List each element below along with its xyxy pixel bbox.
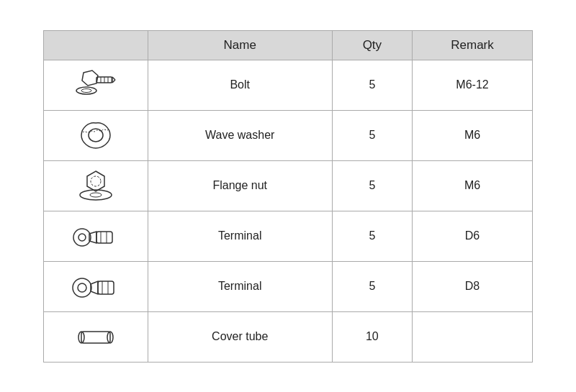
flange-nut-icon xyxy=(74,168,117,204)
header-name: Name xyxy=(148,30,332,60)
qty-flange-nut: 5 xyxy=(332,160,412,211)
table-row: Bolt 5 M6-12 xyxy=(44,60,533,110)
remark-bolt: M6-12 xyxy=(413,60,533,110)
svg-point-15 xyxy=(73,229,91,246)
svg-marker-12 xyxy=(87,171,104,191)
svg-rect-22 xyxy=(98,281,114,294)
remark-terminal-d6: D6 xyxy=(413,211,533,261)
cover-tube-icon xyxy=(74,324,117,350)
table-row: Wave washer 5 M6 xyxy=(44,110,533,160)
svg-rect-17 xyxy=(96,232,112,243)
name-wave-washer: Wave washer xyxy=(148,110,332,160)
remark-flange-nut: M6 xyxy=(413,160,533,211)
svg-point-14 xyxy=(91,176,101,186)
qty-wave-washer: 5 xyxy=(332,110,412,160)
table-row: Terminal 5 D6 xyxy=(44,211,533,261)
remark-terminal-d8: D8 xyxy=(413,261,533,311)
icon-cell-bolt xyxy=(44,60,148,110)
wave-washer-icon xyxy=(74,119,117,152)
remark-cover-tube xyxy=(413,311,533,362)
svg-point-20 xyxy=(73,278,91,297)
qty-terminal-d8: 5 xyxy=(332,261,412,311)
qty-bolt: 5 xyxy=(332,60,412,110)
name-terminal-d6: Terminal xyxy=(148,211,332,261)
table-row: Cover tube 10 xyxy=(44,311,533,362)
remark-wave-washer: M6 xyxy=(413,110,533,160)
icon-cell-cover-tube xyxy=(44,311,148,362)
icon-cell-wave-washer xyxy=(44,110,148,160)
terminal-d8-icon xyxy=(71,272,121,301)
icon-cell-flange-nut xyxy=(44,160,148,211)
svg-point-13 xyxy=(90,193,102,197)
header-icon xyxy=(44,30,148,60)
icon-cell-terminal-d8 xyxy=(44,261,148,311)
qty-terminal-d6: 5 xyxy=(332,211,412,261)
svg-point-21 xyxy=(78,283,86,292)
table-row: Terminal 5 D8 xyxy=(44,261,533,311)
svg-point-9 xyxy=(81,88,91,92)
svg-marker-0 xyxy=(82,70,98,86)
name-flange-nut: Flange nut xyxy=(148,160,332,211)
icon-cell-terminal-d6 xyxy=(44,211,148,261)
name-cover-tube: Cover tube xyxy=(148,311,332,362)
table-row: Flange nut 5 M6 xyxy=(44,160,533,211)
qty-cover-tube: 10 xyxy=(332,311,412,362)
name-bolt: Bolt xyxy=(148,60,332,110)
svg-point-10 xyxy=(89,129,103,142)
svg-rect-25 xyxy=(81,332,110,343)
name-terminal-d8: Terminal xyxy=(148,261,332,311)
terminal-d6-icon xyxy=(71,222,121,250)
parts-table-wrapper: Name Qty Remark xyxy=(43,30,533,363)
bolt-icon xyxy=(71,69,121,101)
svg-point-8 xyxy=(76,87,96,94)
svg-point-16 xyxy=(78,234,86,241)
header-qty: Qty xyxy=(332,30,412,60)
header-remark: Remark xyxy=(413,30,533,60)
parts-table: Name Qty Remark xyxy=(43,30,533,363)
